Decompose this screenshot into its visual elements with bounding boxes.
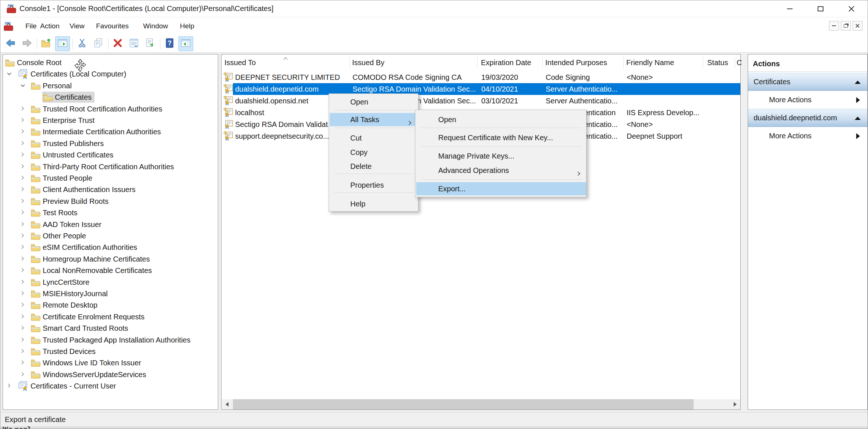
menu-item-cut[interactable]: Cut bbox=[330, 131, 418, 145]
more-actions-button[interactable]: More Actions bbox=[748, 127, 867, 145]
minimize-button[interactable] bbox=[778, 0, 801, 17]
cut-button[interactable] bbox=[75, 36, 89, 51]
tree-item-windowsserverupdateservices[interactable]: WindowsServerUpdateServices bbox=[3, 369, 218, 380]
tree-item-certificates-local-computer-[interactable]: Certificates (Local Computer) bbox=[3, 68, 218, 79]
collapse-arrow-icon[interactable] bbox=[855, 81, 861, 84]
tree-item-test-roots[interactable]: Test Roots bbox=[3, 207, 218, 218]
tree-item-certificate-enrolment-requests[interactable]: Certificate Enrolment Requests bbox=[3, 311, 218, 322]
chevron-right-icon[interactable] bbox=[20, 117, 26, 124]
more-actions-button[interactable]: More Actions bbox=[748, 91, 867, 109]
tree-item-windows-live-id-token-issuer[interactable]: Windows Live ID Token Issuer bbox=[3, 357, 218, 368]
tree-item-content[interactable]: Third-Party Root Certification Authoriti… bbox=[30, 161, 177, 172]
column-header-c[interactable]: C bbox=[737, 54, 742, 71]
chevron-down-icon[interactable] bbox=[20, 82, 26, 90]
chevron-right-icon[interactable] bbox=[20, 209, 26, 217]
chevron-right-icon[interactable] bbox=[20, 163, 26, 171]
back-button[interactable] bbox=[3, 36, 18, 51]
column-header-status[interactable]: Status bbox=[707, 54, 728, 71]
delete-button[interactable] bbox=[110, 36, 125, 51]
menu-item-all-tasks[interactable]: All Tasks bbox=[330, 113, 418, 126]
chevron-right-icon[interactable] bbox=[20, 348, 26, 355]
chevron-right-icon[interactable] bbox=[20, 256, 26, 263]
menu-favourites[interactable]: Favourites bbox=[94, 17, 131, 35]
tree-item-content[interactable]: Personal bbox=[30, 80, 75, 91]
tree-item-msiehistoryjournal[interactable]: MSIEHistoryJournal bbox=[3, 288, 218, 299]
tree-item-content[interactable]: Certificates - Current User bbox=[17, 380, 119, 391]
column-separator[interactable] bbox=[350, 57, 350, 68]
chevron-right-icon[interactable] bbox=[20, 140, 26, 148]
menu-item-advanced-operations[interactable]: Advanced Operations bbox=[416, 164, 586, 177]
copy-button[interactable] bbox=[91, 36, 106, 51]
tree-item-content[interactable]: MSIEHistoryJournal bbox=[30, 288, 111, 299]
tree-item-content[interactable]: Test Roots bbox=[30, 207, 80, 218]
menu-item-help[interactable]: Help bbox=[330, 197, 418, 210]
horizontal-scrollbar[interactable] bbox=[222, 399, 740, 409]
chevron-right-icon[interactable] bbox=[20, 152, 26, 159]
tree-item-trusted-publishers[interactable]: Trusted Publishers bbox=[3, 138, 218, 149]
tree-item-trusted-devices[interactable]: Trusted Devices bbox=[3, 345, 218, 357]
menu-action[interactable]: Action bbox=[38, 17, 62, 35]
forward-button[interactable] bbox=[20, 36, 34, 51]
tree-item-enterprise-trust[interactable]: Enterprise Trust bbox=[3, 114, 218, 125]
chevron-right-icon[interactable] bbox=[20, 290, 26, 298]
chevron-down-icon[interactable] bbox=[6, 71, 12, 78]
tree-item-other-people[interactable]: Other People bbox=[3, 230, 218, 241]
menu-item-export-[interactable]: Export... bbox=[416, 182, 586, 195]
tree-item-preview-build-roots[interactable]: Preview Build Roots bbox=[3, 195, 218, 206]
tree-item-personal[interactable]: Personal bbox=[3, 80, 218, 91]
column-separator[interactable] bbox=[477, 57, 478, 68]
tree-item-content[interactable]: Console Root bbox=[4, 57, 64, 68]
tree-item-certificates-current-user[interactable]: Certificates - Current User bbox=[3, 380, 218, 391]
tree-item-trusted-packaged-app-installation-authorities[interactable]: Trusted Packaged App Installation Author… bbox=[3, 334, 218, 345]
column-header-issued-to[interactable]: Issued To bbox=[224, 54, 256, 71]
menu-item-open[interactable]: Open bbox=[416, 113, 586, 126]
menu-window[interactable]: Window bbox=[141, 17, 170, 35]
tree-item-content[interactable]: LyncCertStore bbox=[30, 277, 92, 288]
menu-item-properties[interactable]: Properties bbox=[330, 178, 418, 192]
chevron-right-icon[interactable] bbox=[20, 302, 26, 309]
certificate-row[interactable]: DEEPNET SECURITY LIMITEDCOMODO RSA Code … bbox=[222, 71, 740, 83]
tree-item-content[interactable]: Trusted Devices bbox=[30, 346, 99, 357]
certificate-row[interactable]: dualshield.deepnetid.comSectigo RSA Doma… bbox=[222, 83, 740, 95]
tree-item-lynccertstore[interactable]: LyncCertStore bbox=[3, 276, 218, 287]
tree-item-client-authentication-issuers[interactable]: Client Authentication Issuers bbox=[3, 184, 218, 195]
tree-item-content[interactable]: Trusted Root Certification Authorities bbox=[30, 103, 165, 114]
chevron-right-icon[interactable] bbox=[20, 359, 26, 367]
tree-item-content[interactable]: Certificates bbox=[42, 92, 95, 103]
menu-item-delete[interactable]: Delete bbox=[330, 160, 418, 173]
tree-item-content[interactable]: Preview Build Roots bbox=[30, 196, 111, 207]
scroll-right-button[interactable] bbox=[730, 399, 740, 409]
chevron-right-icon[interactable] bbox=[20, 128, 26, 136]
collapse-arrow-icon[interactable] bbox=[855, 117, 861, 120]
tree-item-untrusted-certificates[interactable]: Untrusted Certificates bbox=[3, 149, 218, 160]
help-button[interactable]: ? bbox=[162, 36, 177, 51]
tree-item-third-party-root-certification-authorities[interactable]: Third-Party Root Certification Authoriti… bbox=[3, 161, 218, 172]
tree-item-content[interactable]: Remote Desktop bbox=[30, 299, 100, 311]
chevron-right-icon[interactable] bbox=[20, 313, 26, 321]
chevron-right-icon[interactable] bbox=[20, 325, 26, 332]
show-action-pane-button[interactable] bbox=[178, 36, 193, 51]
child-close-button[interactable] bbox=[853, 21, 862, 31]
column-separator[interactable] bbox=[623, 57, 624, 68]
scroll-left-button[interactable] bbox=[222, 399, 232, 409]
tree-item-smart-card-trusted-roots[interactable]: Smart Card Trusted Roots bbox=[3, 322, 218, 333]
tree-item-content[interactable]: Enterprise Trust bbox=[30, 115, 98, 126]
column-header-expiration-date[interactable]: Expiration Date bbox=[481, 54, 531, 71]
chevron-right-icon[interactable] bbox=[20, 244, 26, 251]
tree-item-trusted-root-certification-authorities[interactable]: Trusted Root Certification Authorities bbox=[3, 103, 218, 114]
menu-item-copy[interactable]: Copy bbox=[330, 146, 418, 159]
chevron-right-icon[interactable] bbox=[20, 233, 26, 240]
tree-item-intermediate-certification-authorities[interactable]: Intermediate Certification Authorities bbox=[3, 126, 218, 137]
tree-item-content[interactable]: AAD Token Issuer bbox=[30, 219, 104, 230]
tree-item-content[interactable]: Local NonRemovable Certificates bbox=[30, 265, 155, 276]
tree-item-certificates[interactable]: Certificates bbox=[3, 91, 218, 102]
tree-item-content[interactable]: Trusted Publishers bbox=[30, 138, 107, 149]
menu-help[interactable]: Help bbox=[178, 17, 196, 35]
tree-item-content[interactable]: Trusted Packaged App Installation Author… bbox=[30, 334, 194, 345]
tree-item-content[interactable]: Homegroup Machine Certificates bbox=[30, 253, 153, 265]
chevron-right-icon[interactable] bbox=[20, 337, 26, 344]
properties-button[interactable] bbox=[127, 36, 141, 51]
tree-item-content[interactable]: WindowsServerUpdateServices bbox=[30, 369, 149, 380]
child-minimize-button[interactable] bbox=[829, 21, 839, 31]
chevron-right-icon[interactable] bbox=[20, 279, 26, 286]
